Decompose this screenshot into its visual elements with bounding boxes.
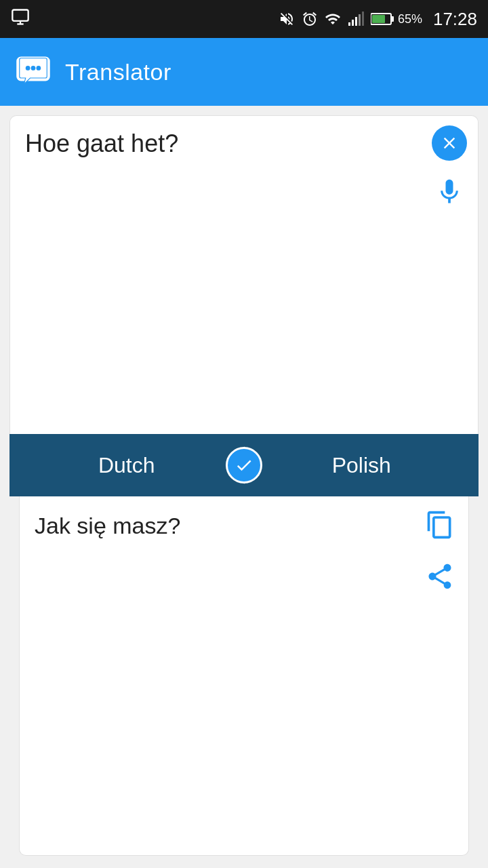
- svg-rect-7: [362, 12, 364, 26]
- status-bar: 65% 17:28: [0, 0, 488, 38]
- svg-rect-6: [359, 14, 361, 26]
- svg-point-13: [26, 66, 30, 71]
- app-bar: Translator: [0, 38, 488, 106]
- output-card: Jak się masz?: [19, 496, 469, 856]
- battery-indicator: 65%: [371, 12, 422, 26]
- language-bar: Dutch Polish: [9, 434, 479, 496]
- share-button[interactable]: [422, 559, 458, 594]
- alarm-icon: [302, 11, 318, 27]
- status-time: 17:28: [433, 9, 477, 30]
- signal-icon: [348, 11, 364, 27]
- svg-rect-3: [348, 22, 350, 26]
- target-language-button[interactable]: Polish: [245, 434, 479, 496]
- microphone-button[interactable]: [432, 174, 467, 210]
- svg-rect-10: [372, 15, 385, 23]
- wifi-icon: [325, 11, 341, 27]
- output-actions: [422, 507, 458, 594]
- translated-text: Jak się masz?: [35, 513, 180, 538]
- mute-icon: [279, 11, 295, 27]
- svg-point-15: [37, 66, 41, 71]
- source-language-button[interactable]: Dutch: [9, 434, 244, 496]
- svg-rect-9: [391, 16, 394, 22]
- input-actions: [432, 125, 467, 210]
- copy-button[interactable]: [422, 507, 458, 542]
- source-text-input[interactable]: Hoe gaat het?: [25, 127, 420, 398]
- swap-languages-button[interactable]: [226, 447, 262, 484]
- battery-percent: 65%: [398, 12, 422, 26]
- clear-button[interactable]: [432, 125, 467, 161]
- svg-point-14: [31, 66, 36, 71]
- svg-rect-5: [355, 17, 357, 26]
- screen-icon: [11, 7, 30, 31]
- input-card: Hoe gaat het?: [9, 115, 479, 434]
- svg-rect-0: [12, 10, 28, 21]
- app-icon: [14, 52, 53, 92]
- svg-rect-4: [352, 20, 354, 26]
- status-icons: 65% 17:28: [279, 9, 477, 30]
- app-title: Translator: [65, 59, 171, 85]
